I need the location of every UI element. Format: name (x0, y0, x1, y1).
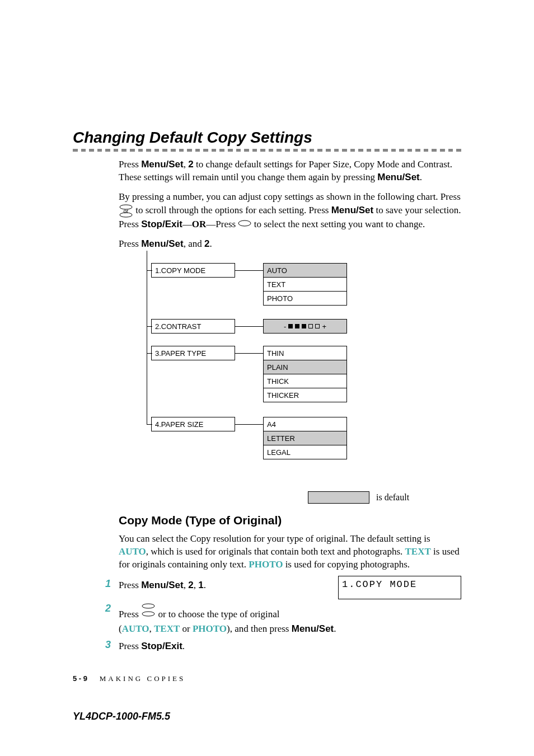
photo-label: PHOTO (249, 559, 283, 570)
menu-item: 2.CONTRAST (151, 319, 235, 334)
text: Press (119, 580, 141, 590)
text: , and (184, 238, 204, 249)
text: , which is used for originals that conta… (146, 546, 405, 557)
plus-label: + (322, 322, 326, 331)
text: to select the next setting you want to c… (254, 219, 425, 229)
text: . (209, 238, 212, 249)
menu-item: 4.PAPER SIZE (151, 417, 235, 431)
text: . (182, 641, 185, 651)
stop-exit-label: Stop/Exit (141, 641, 182, 651)
step-2: 2 Press or to choose the type of origina… (105, 603, 461, 636)
page-number: 5 - 9 (73, 674, 87, 683)
stop-exit-label: Stop/Exit (141, 219, 182, 229)
photo-label: PHOTO (193, 623, 227, 634)
default-legend: is default (308, 491, 461, 504)
up-down-or-icon: or (141, 609, 168, 619)
key-2: 2 (188, 159, 193, 170)
text: , (184, 159, 189, 170)
text: or (180, 623, 193, 634)
text: ), and then press (227, 623, 292, 634)
text: Press (119, 238, 141, 249)
key-2: 2 (188, 580, 193, 590)
text: — (182, 219, 192, 229)
text: . (334, 623, 336, 634)
step-1: 1 Press Menu/Set, 2, 1. 1.COPY MODE (105, 578, 461, 599)
contrast-box-icon (295, 324, 299, 328)
down-ellipse-icon (238, 218, 251, 231)
up-down-or-icon: or (119, 204, 133, 218)
doc-watermark: YL4DCP-1000-FM5.5 (73, 711, 170, 722)
step-3: 3 Press Stop/Exit. (105, 639, 461, 654)
lcd-display: 1.COPY MODE (338, 576, 461, 599)
svg-point-3 (142, 604, 154, 608)
text: , (194, 580, 199, 590)
paragraph-3: Press Menu/Set, and 2. (119, 238, 461, 251)
text: , (149, 623, 154, 634)
option-auto: AUTO (263, 263, 347, 278)
menu-set-label: Menu/Set (292, 623, 334, 634)
option-contrast: - + (263, 319, 347, 334)
settings-chart: 1.COPY MODE AUTO TEXT PHOTO 2.CONTRAST - (151, 257, 461, 487)
contrast-box-icon (315, 324, 320, 328)
heading-underline (73, 149, 461, 152)
auto-label: AUTO (122, 623, 149, 634)
option-legal: LEGAL (263, 445, 347, 459)
menu-set-label: Menu/Set (141, 580, 184, 590)
option-thick: THICK (263, 374, 347, 388)
svg-point-2 (238, 220, 251, 226)
menu-set-label: Menu/Set (141, 159, 184, 170)
step-number: 3 (105, 639, 119, 651)
menu-item: 1.COPY MODE (151, 263, 235, 278)
text: , (184, 580, 189, 590)
default-legend-text: is default (376, 492, 409, 503)
auto-label: AUTO (119, 546, 146, 557)
text: Press (119, 159, 141, 170)
menu-set-label: Menu/Set (331, 205, 374, 215)
sub-paragraph: You can select the Copy resolution for y… (119, 533, 461, 571)
key-1: 1 (198, 580, 203, 590)
text-label: TEXT (154, 623, 180, 634)
menu-set-label: Menu/Set (377, 172, 420, 182)
paragraph-2: By pressing a number, you can adjust cop… (119, 191, 461, 232)
text: . (204, 580, 206, 590)
minus-label: - (284, 322, 286, 331)
step-number: 2 (105, 603, 119, 614)
option-text: TEXT (263, 277, 347, 292)
default-swatch-icon (308, 491, 369, 504)
text: By pressing a number, you can adjust cop… (119, 191, 461, 202)
text: Press (119, 609, 141, 619)
option-thin: THIN (263, 346, 347, 360)
text-label: TEXT (405, 546, 431, 557)
footer-title: MAKING COPIES (100, 674, 185, 683)
option-plain: PLAIN (263, 360, 347, 374)
step-number: 1 (105, 578, 119, 590)
page-footer: 5 - 9 MAKING COPIES (73, 674, 185, 683)
text: to choose the type of original (168, 609, 280, 619)
text: to scroll through the options for each s… (135, 205, 331, 215)
contrast-box-icon (302, 324, 306, 328)
subheading: Copy Mode (Type of Original) (119, 514, 461, 527)
page-title: Changing Default Copy Settings (73, 129, 461, 147)
option-a4: A4 (263, 417, 347, 431)
text: is used for copying photographs. (283, 559, 410, 570)
text: Press (119, 641, 141, 651)
contrast-box-icon (288, 324, 293, 328)
option-thicker: THICKER (263, 388, 347, 402)
option-photo: PHOTO (263, 291, 347, 306)
menu-set-label: Menu/Set (141, 238, 184, 249)
svg-point-4 (142, 612, 154, 616)
paragraph-1: Press Menu/Set, 2 to change default sett… (119, 158, 461, 184)
text: —Press (206, 219, 238, 229)
option-letter: LETTER (263, 431, 347, 445)
or-label: OR (192, 219, 207, 229)
menu-item: 3.PAPER TYPE (151, 346, 235, 360)
contrast-box-icon (308, 324, 313, 328)
text: You can select the Copy resolution for y… (119, 533, 430, 544)
text: . (420, 172, 422, 182)
